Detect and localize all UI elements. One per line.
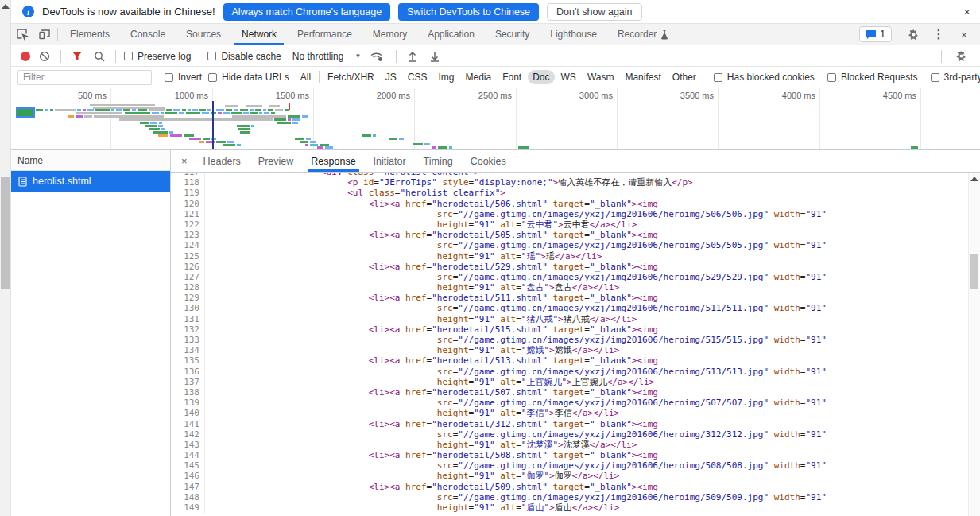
tab-performance[interactable]: Performance <box>287 24 362 45</box>
filter-type-other[interactable]: Other <box>668 70 701 84</box>
filter-type-wasm[interactable]: Wasm <box>583 70 619 84</box>
clear-network-log-icon[interactable] <box>37 48 52 64</box>
tab-sources[interactable]: Sources <box>176 24 231 45</box>
code-line: 141 <li><a href="herodetail/312.shtml" t… <box>171 419 968 429</box>
detail-tab-headers[interactable]: Headers <box>195 150 250 172</box>
tab-recorder[interactable]: Recorder <box>607 24 679 45</box>
infobar-close-icon[interactable]: × <box>963 6 970 17</box>
filter-type-doc[interactable]: Doc <box>528 70 554 84</box>
page-scrollbar[interactable] <box>0 0 11 516</box>
request-row-herolist[interactable]: herolist.shtml <box>11 171 170 192</box>
invert-checkbox[interactable]: Invert <box>165 72 202 83</box>
tab-security[interactable]: Security <box>485 24 540 45</box>
response-source-viewer[interactable]: 117 <div class="herolist-content">118 <p… <box>171 173 968 516</box>
waterfall-bar <box>153 131 168 134</box>
disable-cache-checkbox[interactable]: Disable cache <box>207 51 281 62</box>
page-scrollbar-thumb[interactable] <box>1 177 10 289</box>
checkbox[interactable] <box>827 73 836 82</box>
waterfall-bar <box>68 115 74 118</box>
waterfall-bar <box>202 112 209 114</box>
dont-show-again-button[interactable]: Don't show again <box>547 3 642 21</box>
tab-elements[interactable]: Elements <box>60 24 120 45</box>
match-chrome-language-button[interactable]: Always match Chrome's language <box>223 3 391 21</box>
tab-memory[interactable]: Memory <box>362 24 417 45</box>
waterfall-bar <box>111 109 114 111</box>
code-line: 145 src="//game.gtimg.cn/images/yxzj/img… <box>171 460 968 471</box>
timeline-gridline <box>718 88 719 149</box>
throttling-dropdown[interactable]: No throttling ▼ <box>292 51 362 62</box>
issues-counter[interactable]: 1 <box>859 26 892 42</box>
checkbox[interactable] <box>208 73 217 82</box>
divider <box>897 28 897 41</box>
line-number: 149 <box>171 502 205 513</box>
filter-funnel-icon[interactable] <box>69 48 85 64</box>
close-devtools-icon[interactable]: × <box>953 28 975 41</box>
timeline-gridline <box>110 88 111 149</box>
import-har-icon[interactable] <box>405 48 420 64</box>
waterfall-bar <box>325 146 333 149</box>
detail-tab-cookies[interactable]: Cookies <box>462 150 515 172</box>
blocked-requests-checkbox[interactable]: Blocked Requests <box>827 72 918 83</box>
switch-devtools-chinese-button[interactable]: Switch DevTools to Chinese <box>398 3 539 21</box>
more-options-kebab-icon[interactable]: ⋮ <box>928 27 950 41</box>
network-conditions-icon[interactable] <box>367 48 388 64</box>
timeline-tick-label: 4500 ms <box>864 91 916 100</box>
checkbox[interactable] <box>714 73 722 82</box>
tab-application[interactable]: Application <box>417 24 485 45</box>
waterfall-bar <box>189 138 201 140</box>
filter-type-css[interactable]: CSS <box>403 70 432 84</box>
network-settings-gear-icon[interactable] <box>950 50 972 62</box>
record-network-log-button[interactable] <box>21 52 30 61</box>
filter-type-all[interactable]: All <box>296 70 316 84</box>
third-party-requests-checkbox[interactable]: 3rd-party requests <box>931 72 980 83</box>
settings-gear-icon[interactable] <box>902 29 924 41</box>
requests-table: Name herolist.shtml <box>11 150 171 516</box>
inspect-element-icon[interactable] <box>11 24 33 45</box>
scroll-up-arrow-icon[interactable] <box>2 4 10 9</box>
detail-tab-initiator[interactable]: Initiator <box>365 150 415 172</box>
tab-console[interactable]: Console <box>120 24 176 45</box>
search-icon[interactable] <box>91 48 107 64</box>
checkbox[interactable] <box>931 73 939 82</box>
hide-data-urls-checkbox[interactable]: Hide data URLs <box>208 72 289 83</box>
scroll-up-arrow-icon[interactable] <box>970 177 978 181</box>
name-column-header[interactable]: Name <box>11 150 170 171</box>
filter-type-font[interactable]: Font <box>498 70 526 84</box>
detail-tab-preview[interactable]: Preview <box>250 150 302 172</box>
checkbox[interactable] <box>124 52 133 60</box>
tab-network[interactable]: Network <box>231 24 287 45</box>
selected-request-bar[interactable] <box>16 107 35 118</box>
timeline-gridline <box>516 88 517 149</box>
has-blocked-cookies-checkbox[interactable]: Has blocked cookies <box>714 72 815 83</box>
detail-tab-response[interactable]: Response <box>302 150 364 172</box>
filter-input[interactable] <box>17 70 152 85</box>
tab-lighthouse[interactable]: Lighthouse <box>540 24 607 45</box>
detail-tab-timing[interactable]: Timing <box>415 150 462 172</box>
checkbox[interactable] <box>207 52 216 60</box>
waterfall-bar <box>362 134 371 137</box>
filter-type-ws[interactable]: WS <box>556 70 581 84</box>
waterfall-bar <box>237 144 241 146</box>
code-line: 134 height="91" alt="嫦娥">嫦娥</a></li> <box>171 345 968 355</box>
waterfall-bar <box>317 146 323 149</box>
code-text: src="//game.gtimg.cn/images/yxzj/img2016… <box>205 429 827 440</box>
filter-type-media[interactable]: Media <box>460 70 496 84</box>
filter-type-manifest[interactable]: Manifest <box>620 70 665 84</box>
export-har-icon[interactable] <box>427 48 443 64</box>
response-scrollbar-thumb[interactable] <box>970 254 978 289</box>
filter-type-js[interactable]: JS <box>381 70 401 84</box>
tab-label: Elements <box>70 29 110 40</box>
filter-type-img[interactable]: Img <box>433 70 459 84</box>
response-scrollbar[interactable] <box>968 173 980 516</box>
code-text: height="91" alt="云中君">云中君</a></li> <box>205 219 637 230</box>
waterfall-bar <box>83 109 86 111</box>
timeline-tick-label: 3000 ms <box>560 91 613 100</box>
device-toolbar-icon[interactable] <box>33 24 56 45</box>
network-overview-timeline[interactable]: 500 ms1000 ms1500 ms2000 ms2500 ms3000 m… <box>0 88 980 150</box>
close-detail-icon[interactable]: × <box>174 150 195 172</box>
checkbox[interactable] <box>165 73 173 82</box>
code-text: <li><a href="herodetail/508.shtml" targe… <box>205 450 658 460</box>
code-text: height="91" alt="瑶">瑶</a></li> <box>205 251 602 262</box>
preserve-log-checkbox[interactable]: Preserve log <box>124 51 191 62</box>
filter-type-fetch-xhr[interactable]: Fetch/XHR <box>323 70 379 84</box>
